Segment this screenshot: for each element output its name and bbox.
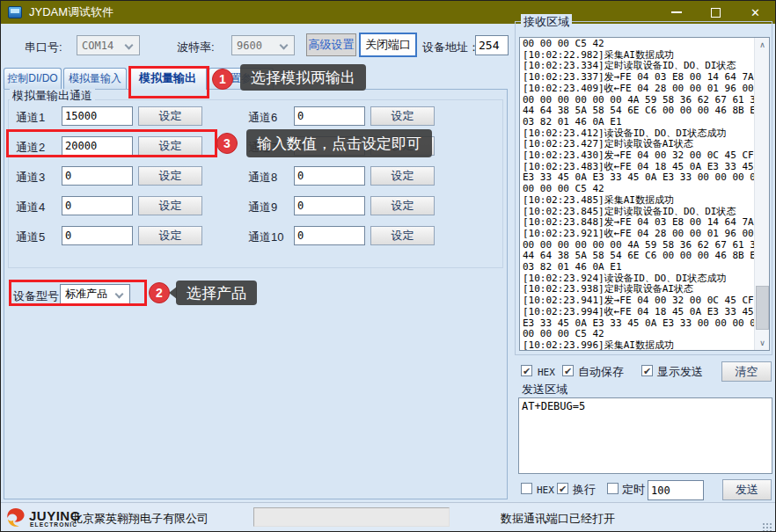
channel-row: 通道8设定 (248, 166, 437, 186)
show-send-checkbox[interactable]: ✔ (641, 365, 653, 376)
annotation-rect-device-model (9, 280, 147, 306)
receive-scrollbar[interactable]: ∧ ∨ (754, 38, 769, 350)
scroll-down-icon[interactable]: ∨ (755, 336, 770, 350)
channel-value-input[interactable] (62, 196, 133, 215)
send-button[interactable]: 发送 (722, 479, 772, 500)
show-send-label: 显示发送 (657, 364, 703, 380)
baud-label: 波特率: (177, 40, 215, 55)
channel-row: 通道9设定 (248, 196, 437, 215)
status-message: 数据通讯端口已经打开 (501, 511, 615, 527)
channel-row: 通道10设定 (248, 226, 437, 245)
window-title: JYDAM调试软件 (29, 4, 113, 20)
annotation-rect-channel2 (6, 129, 217, 157)
channel-value-input[interactable] (294, 226, 365, 245)
tab-control-dido[interactable]: 控制DI/DO (4, 68, 62, 89)
channel-set-button[interactable]: 设定 (138, 166, 202, 186)
status-progress-well (253, 507, 450, 527)
channel-set-button[interactable]: 设定 (138, 106, 202, 126)
scroll-up-icon[interactable]: ∧ (755, 38, 770, 52)
port-select[interactable]: COM14 (77, 35, 140, 55)
juying-logo-icon (5, 507, 26, 528)
annotation-tooltip-3: 输入数值，点击设定即可 (246, 129, 432, 157)
minimize-icon (671, 11, 682, 13)
check-icon: ✔ (643, 366, 651, 376)
timer-checkbox[interactable]: ✔ (607, 483, 619, 494)
advanced-settings-button[interactable]: 高级设置 (306, 33, 356, 56)
receive-log-area[interactable]: 00 00 00 C5 42 [10:02:22.982]采集AI数据成功 [1… (519, 37, 770, 351)
annotation-circle-3: 3 (216, 133, 238, 154)
channel-value-input[interactable] (294, 166, 365, 186)
chevron-down-icon (125, 41, 134, 50)
send-hex-label: HEX (537, 485, 554, 496)
channel-set-button[interactable]: 设定 (138, 226, 202, 245)
channel-value-input[interactable] (62, 106, 133, 126)
close-icon: ✕ (750, 6, 760, 19)
channel-label: 通道6 (248, 110, 277, 126)
receive-hex-checkbox[interactable]: ✔ (521, 365, 532, 376)
channel-label: 通道10 (248, 230, 283, 245)
device-address-input[interactable] (475, 35, 509, 55)
company-name: 北京聚英翱翔电子有限公司 (71, 511, 209, 527)
timer-interval-input[interactable] (648, 480, 704, 500)
channel-set-button[interactable]: 设定 (138, 196, 202, 215)
channel-row: 通道4设定 (16, 196, 205, 215)
send-group-title: 发送区域 (519, 382, 570, 397)
clear-button[interactable]: 清空 (721, 361, 772, 382)
annotation-rect-tab (128, 66, 209, 98)
channel-value-input[interactable] (294, 196, 365, 215)
send-content: AT+DEBUG=5 (519, 398, 772, 414)
channel-set-button[interactable]: 设定 (370, 226, 435, 245)
channel-row: 通道1设定 (16, 106, 205, 126)
chevron-down-icon (280, 41, 289, 50)
channel-set-button[interactable]: 设定 (370, 166, 435, 186)
channel-value-input[interactable] (294, 106, 365, 126)
channel-value-input[interactable] (62, 166, 133, 186)
channel-label: 通道8 (248, 170, 277, 186)
channel-label: 通道9 (248, 200, 277, 215)
baud-value: 9600 (237, 40, 262, 52)
channel-set-button[interactable]: 设定 (370, 106, 435, 126)
annotation-tooltip-1: 选择模拟两输出 (240, 64, 366, 91)
annotation-circle-1: 1 (212, 69, 233, 90)
maximize-icon (711, 8, 721, 18)
check-icon: ✔ (564, 366, 572, 376)
autosave-label: 自动保存 (578, 364, 624, 380)
autosave-checkbox[interactable]: ✔ (562, 365, 574, 376)
channel-value-input[interactable] (62, 226, 133, 245)
receive-log-text: 00 00 00 C5 42 [10:02:22.982]采集AI数据成功 [1… (520, 38, 769, 351)
output-channels-group-title: 模拟量输出通道 (10, 88, 95, 104)
app-icon (8, 6, 22, 18)
statusbar: JUYING ELECTRONIC 北京聚英翱翔电子有限公司 数据通讯端口已经打… (1, 502, 775, 532)
channel-set-button[interactable]: 设定 (370, 196, 435, 215)
tab-analog-input[interactable]: 模拟量输入 (63, 68, 127, 89)
receive-group-title: 接收区域 (521, 14, 572, 30)
check-icon: ✔ (559, 484, 567, 494)
scrollbar-thumb[interactable] (756, 286, 769, 330)
port-label: 串口号: (25, 40, 62, 55)
channel-row: 通道3设定 (16, 166, 205, 186)
resize-grip[interactable] (763, 523, 765, 525)
channel-label: 通道1 (16, 110, 45, 126)
channel-label: 通道5 (16, 230, 45, 245)
check-icon: ✔ (523, 366, 531, 376)
send-hex-checkbox[interactable]: ✔ (521, 483, 532, 494)
annotation-tooltip-2: 选择产品 (176, 281, 257, 305)
annotation-circle-2: 2 (149, 282, 170, 303)
newline-checkbox[interactable]: ✔ (557, 483, 568, 494)
receive-hex-label: HEX (538, 367, 555, 378)
channel-label: 通道4 (16, 200, 45, 215)
newline-label: 换行 (573, 482, 596, 498)
port-value: COM14 (82, 40, 113, 52)
send-text-area[interactable]: AT+DEBUG=5 (518, 397, 772, 474)
timer-label: 定时 (622, 482, 645, 498)
channel-label: 通道3 (16, 170, 45, 186)
close-port-button[interactable]: 关闭端口 (359, 33, 417, 57)
channel-row: 通道6设定 (248, 106, 437, 126)
app-window: JYDAM调试软件 ✕ 串口号: COM14 波特率: 9600 高级设置 关闭… (0, 0, 776, 532)
device-address-label: 设备地址： (422, 40, 480, 55)
baud-select[interactable]: 9600 (231, 35, 295, 55)
channel-row: 通道5设定 (16, 226, 205, 245)
